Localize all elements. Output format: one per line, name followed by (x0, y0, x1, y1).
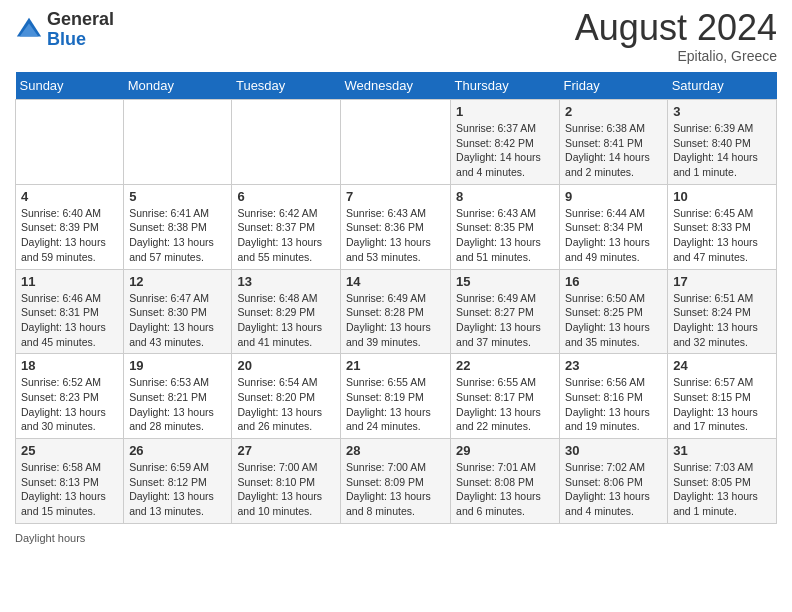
week-row-2: 4Sunrise: 6:40 AM Sunset: 8:39 PM Daylig… (16, 184, 777, 269)
week-row-5: 25Sunrise: 6:58 AM Sunset: 8:13 PM Dayli… (16, 439, 777, 524)
day-cell: 28Sunrise: 7:00 AM Sunset: 8:09 PM Dayli… (341, 439, 451, 524)
header-sunday: Sunday (16, 72, 124, 100)
day-number: 19 (129, 358, 226, 373)
day-info: Sunrise: 6:51 AM Sunset: 8:24 PM Dayligh… (673, 291, 771, 350)
day-info: Sunrise: 6:43 AM Sunset: 8:35 PM Dayligh… (456, 206, 554, 265)
month-year-title: August 2024 (575, 10, 777, 46)
day-number: 1 (456, 104, 554, 119)
page-header: General Blue August 2024 Epitalio, Greec… (15, 10, 777, 64)
day-info: Sunrise: 7:03 AM Sunset: 8:05 PM Dayligh… (673, 460, 771, 519)
day-info: Sunrise: 6:39 AM Sunset: 8:40 PM Dayligh… (673, 121, 771, 180)
day-number: 23 (565, 358, 662, 373)
day-cell: 8Sunrise: 6:43 AM Sunset: 8:35 PM Daylig… (451, 184, 560, 269)
day-number: 13 (237, 274, 335, 289)
day-number: 10 (673, 189, 771, 204)
day-info: Sunrise: 6:48 AM Sunset: 8:29 PM Dayligh… (237, 291, 335, 350)
day-info: Sunrise: 6:59 AM Sunset: 8:12 PM Dayligh… (129, 460, 226, 519)
day-cell: 6Sunrise: 6:42 AM Sunset: 8:37 PM Daylig… (232, 184, 341, 269)
day-cell: 18Sunrise: 6:52 AM Sunset: 8:23 PM Dayli… (16, 354, 124, 439)
day-number: 18 (21, 358, 118, 373)
day-cell (16, 100, 124, 185)
day-cell: 15Sunrise: 6:49 AM Sunset: 8:27 PM Dayli… (451, 269, 560, 354)
day-number: 28 (346, 443, 445, 458)
day-info: Sunrise: 6:41 AM Sunset: 8:38 PM Dayligh… (129, 206, 226, 265)
day-info: Sunrise: 6:49 AM Sunset: 8:27 PM Dayligh… (456, 291, 554, 350)
day-info: Sunrise: 6:52 AM Sunset: 8:23 PM Dayligh… (21, 375, 118, 434)
day-cell (232, 100, 341, 185)
day-number: 6 (237, 189, 335, 204)
calendar-table: SundayMondayTuesdayWednesdayThursdayFrid… (15, 72, 777, 524)
day-cell: 29Sunrise: 7:01 AM Sunset: 8:08 PM Dayli… (451, 439, 560, 524)
day-info: Sunrise: 6:37 AM Sunset: 8:42 PM Dayligh… (456, 121, 554, 180)
day-cell: 12Sunrise: 6:47 AM Sunset: 8:30 PM Dayli… (124, 269, 232, 354)
day-cell: 23Sunrise: 6:56 AM Sunset: 8:16 PM Dayli… (560, 354, 668, 439)
day-cell: 13Sunrise: 6:48 AM Sunset: 8:29 PM Dayli… (232, 269, 341, 354)
header-row: SundayMondayTuesdayWednesdayThursdayFrid… (16, 72, 777, 100)
header-tuesday: Tuesday (232, 72, 341, 100)
day-number: 2 (565, 104, 662, 119)
day-number: 3 (673, 104, 771, 119)
day-number: 9 (565, 189, 662, 204)
day-cell: 16Sunrise: 6:50 AM Sunset: 8:25 PM Dayli… (560, 269, 668, 354)
day-number: 4 (21, 189, 118, 204)
logo-blue: Blue (47, 29, 86, 49)
day-cell: 4Sunrise: 6:40 AM Sunset: 8:39 PM Daylig… (16, 184, 124, 269)
day-cell (124, 100, 232, 185)
day-cell: 10Sunrise: 6:45 AM Sunset: 8:33 PM Dayli… (668, 184, 777, 269)
day-info: Sunrise: 6:49 AM Sunset: 8:28 PM Dayligh… (346, 291, 445, 350)
day-number: 27 (237, 443, 335, 458)
day-info: Sunrise: 6:57 AM Sunset: 8:15 PM Dayligh… (673, 375, 771, 434)
day-info: Sunrise: 6:47 AM Sunset: 8:30 PM Dayligh… (129, 291, 226, 350)
day-cell: 20Sunrise: 6:54 AM Sunset: 8:20 PM Dayli… (232, 354, 341, 439)
day-cell: 22Sunrise: 6:55 AM Sunset: 8:17 PM Dayli… (451, 354, 560, 439)
week-row-3: 11Sunrise: 6:46 AM Sunset: 8:31 PM Dayli… (16, 269, 777, 354)
day-cell: 11Sunrise: 6:46 AM Sunset: 8:31 PM Dayli… (16, 269, 124, 354)
day-number: 11 (21, 274, 118, 289)
header-monday: Monday (124, 72, 232, 100)
location-title: Epitalio, Greece (575, 48, 777, 64)
day-cell: 19Sunrise: 6:53 AM Sunset: 8:21 PM Dayli… (124, 354, 232, 439)
day-cell: 21Sunrise: 6:55 AM Sunset: 8:19 PM Dayli… (341, 354, 451, 439)
calendar-header: SundayMondayTuesdayWednesdayThursdayFrid… (16, 72, 777, 100)
day-info: Sunrise: 6:45 AM Sunset: 8:33 PM Dayligh… (673, 206, 771, 265)
day-cell: 5Sunrise: 6:41 AM Sunset: 8:38 PM Daylig… (124, 184, 232, 269)
day-number: 5 (129, 189, 226, 204)
day-cell: 26Sunrise: 6:59 AM Sunset: 8:12 PM Dayli… (124, 439, 232, 524)
day-number: 12 (129, 274, 226, 289)
day-number: 8 (456, 189, 554, 204)
header-saturday: Saturday (668, 72, 777, 100)
day-info: Sunrise: 6:50 AM Sunset: 8:25 PM Dayligh… (565, 291, 662, 350)
day-info: Sunrise: 7:00 AM Sunset: 8:10 PM Dayligh… (237, 460, 335, 519)
day-cell: 14Sunrise: 6:49 AM Sunset: 8:28 PM Dayli… (341, 269, 451, 354)
header-friday: Friday (560, 72, 668, 100)
day-number: 22 (456, 358, 554, 373)
day-info: Sunrise: 6:43 AM Sunset: 8:36 PM Dayligh… (346, 206, 445, 265)
logo-icon (15, 16, 43, 44)
header-thursday: Thursday (451, 72, 560, 100)
day-number: 16 (565, 274, 662, 289)
footer: Daylight hours (15, 532, 777, 544)
day-number: 30 (565, 443, 662, 458)
logo: General Blue (15, 10, 114, 50)
day-cell: 17Sunrise: 6:51 AM Sunset: 8:24 PM Dayli… (668, 269, 777, 354)
week-row-4: 18Sunrise: 6:52 AM Sunset: 8:23 PM Dayli… (16, 354, 777, 439)
day-number: 20 (237, 358, 335, 373)
day-info: Sunrise: 6:55 AM Sunset: 8:17 PM Dayligh… (456, 375, 554, 434)
day-cell: 7Sunrise: 6:43 AM Sunset: 8:36 PM Daylig… (341, 184, 451, 269)
day-info: Sunrise: 6:40 AM Sunset: 8:39 PM Dayligh… (21, 206, 118, 265)
day-cell: 31Sunrise: 7:03 AM Sunset: 8:05 PM Dayli… (668, 439, 777, 524)
day-cell: 30Sunrise: 7:02 AM Sunset: 8:06 PM Dayli… (560, 439, 668, 524)
title-block: August 2024 Epitalio, Greece (575, 10, 777, 64)
day-cell: 9Sunrise: 6:44 AM Sunset: 8:34 PM Daylig… (560, 184, 668, 269)
day-info: Sunrise: 6:44 AM Sunset: 8:34 PM Dayligh… (565, 206, 662, 265)
daylight-label: Daylight hours (15, 532, 85, 544)
day-number: 24 (673, 358, 771, 373)
day-cell: 1Sunrise: 6:37 AM Sunset: 8:42 PM Daylig… (451, 100, 560, 185)
day-cell: 25Sunrise: 6:58 AM Sunset: 8:13 PM Dayli… (16, 439, 124, 524)
day-number: 14 (346, 274, 445, 289)
day-info: Sunrise: 6:53 AM Sunset: 8:21 PM Dayligh… (129, 375, 226, 434)
day-info: Sunrise: 7:00 AM Sunset: 8:09 PM Dayligh… (346, 460, 445, 519)
day-cell (341, 100, 451, 185)
day-info: Sunrise: 6:55 AM Sunset: 8:19 PM Dayligh… (346, 375, 445, 434)
day-info: Sunrise: 7:02 AM Sunset: 8:06 PM Dayligh… (565, 460, 662, 519)
